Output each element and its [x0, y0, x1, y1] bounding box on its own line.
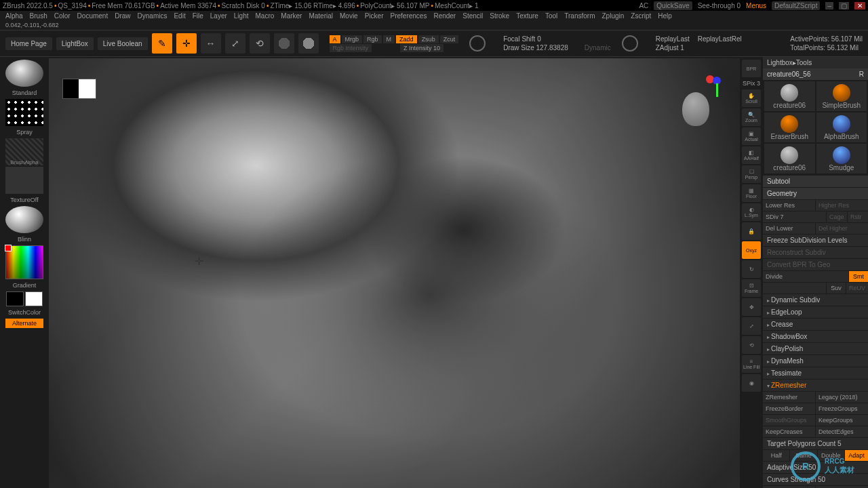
- subtool-cell[interactable]: EraserBrush: [764, 113, 815, 142]
- history-icon[interactable]: ↻: [742, 260, 761, 278]
- close-button[interactable]: ✕: [854, 2, 865, 9]
- del-lower[interactable]: Del Lower: [763, 223, 815, 234]
- convert-bpr[interactable]: Convert BPR To Geo: [763, 259, 868, 270]
- frame-icon[interactable]: ⊡Frame: [742, 279, 761, 297]
- subtool-header[interactable]: Subtool: [763, 176, 868, 187]
- floor-icon[interactable]: ▦Floor: [742, 184, 761, 202]
- imbed-ring-icon[interactable]: [622, 35, 638, 52]
- secondary-color[interactable]: [25, 291, 43, 306]
- material-thumb[interactable]: [5, 206, 43, 233]
- keep-groups[interactable]: KeepGroups: [816, 415, 868, 426]
- draw-size[interactable]: Draw Size 127.83828: [503, 44, 568, 52]
- seethrough-slider[interactable]: See-through 0: [698, 2, 741, 9]
- crease[interactable]: Crease: [763, 319, 868, 330]
- replay-last[interactable]: ReplayLast: [656, 35, 690, 43]
- menu-item[interactable]: Color: [54, 12, 71, 20]
- viewport[interactable]: ✛: [49, 58, 740, 488]
- zremesher-button[interactable]: ZRemesher: [763, 392, 815, 403]
- draw-mode-icon[interactable]: ✛: [176, 33, 197, 54]
- alternate-button[interactable]: Alternate: [5, 319, 43, 328]
- minimize-button[interactable]: –: [825, 2, 833, 9]
- reconstruct-subdiv[interactable]: Reconstruct Subdiv: [763, 247, 868, 258]
- menu-item[interactable]: Edit: [174, 12, 185, 20]
- actual-icon[interactable]: ▣Actual: [742, 127, 761, 145]
- menu-item[interactable]: Layer: [210, 12, 227, 20]
- menu-item[interactable]: File: [193, 12, 203, 20]
- panel-header[interactable]: Lightbox▸Tools: [763, 57, 868, 68]
- menu-item[interactable]: Zplugin: [602, 12, 625, 20]
- menu-item[interactable]: Texture: [516, 12, 538, 20]
- subtool-cell[interactable]: creature06: [764, 144, 815, 174]
- color-picker[interactable]: [5, 245, 43, 279]
- lower-res[interactable]: Lower Res: [763, 200, 815, 211]
- r-button[interactable]: R: [859, 70, 864, 78]
- maximize-button[interactable]: ▢: [839, 2, 849, 9]
- gizmo-icon[interactable]: [274, 33, 294, 54]
- menu-item[interactable]: Movie: [340, 12, 358, 20]
- freeze-border[interactable]: FreezeBorder: [763, 403, 815, 414]
- same-btn[interactable]: Same: [790, 450, 816, 461]
- default-zscript[interactable]: DefaultZScript: [772, 1, 820, 10]
- gradient-label[interactable]: Gradient: [13, 281, 37, 290]
- main-color[interactable]: [6, 291, 24, 306]
- a-mode[interactable]: A: [330, 35, 340, 43]
- menu-item[interactable]: Marker: [281, 12, 302, 20]
- rotate-mode-icon[interactable]: ⟲: [250, 33, 270, 54]
- zremesher-header[interactable]: ZRemesher: [763, 380, 868, 391]
- menu-item[interactable]: Dynamics: [138, 12, 167, 20]
- half-btn[interactable]: Half: [763, 450, 789, 461]
- menu-item[interactable]: Preferences: [390, 12, 427, 20]
- linefill-icon[interactable]: ≡Line Fill: [742, 355, 761, 373]
- alpha-thumb[interactable]: BrushAlpha: [5, 138, 43, 165]
- suv[interactable]: Suv: [827, 283, 846, 293]
- lock-icon[interactable]: 🔒: [742, 222, 761, 240]
- subtool-cell[interactable]: SimpleBrush: [816, 81, 867, 111]
- smooth-groups[interactable]: SmoothGroups: [763, 415, 815, 426]
- shadowbox[interactable]: ShadowBox: [763, 331, 868, 342]
- double-btn[interactable]: Double: [818, 450, 844, 461]
- target-polygons[interactable]: Target Polygons Count 5: [763, 438, 868, 449]
- focal-ring-icon[interactable]: [469, 35, 486, 52]
- adapt-btn[interactable]: Adapt: [845, 450, 868, 461]
- keep-creases[interactable]: KeepCreases: [763, 426, 815, 437]
- subtool-cell[interactable]: Smudge: [816, 144, 867, 174]
- edgeloop[interactable]: EdgeLoop: [763, 306, 868, 318]
- geometry-header[interactable]: Geometry: [763, 188, 868, 199]
- quicksave-button[interactable]: QuickSave: [654, 1, 692, 10]
- scale-icon[interactable]: ⤢: [742, 317, 761, 335]
- menu-item[interactable]: Stroke: [490, 12, 509, 20]
- menu-item[interactable]: Alpha: [5, 12, 23, 20]
- sdiv-slider[interactable]: SDiv 7: [763, 211, 826, 222]
- xyz-button[interactable]: Oxyz: [742, 241, 761, 259]
- menu-item[interactable]: Draw: [115, 12, 130, 20]
- rotate-icon[interactable]: ⟲: [742, 336, 761, 354]
- sculptris-icon[interactable]: [298, 33, 319, 54]
- cage[interactable]: Cage: [827, 211, 847, 222]
- replay-last-rel[interactable]: ReplayLastRel: [698, 35, 742, 43]
- zadjust[interactable]: ZAdjust 1: [656, 44, 684, 52]
- home-page-button[interactable]: Home Page: [5, 37, 52, 50]
- menu-item[interactable]: Zscript: [631, 12, 651, 20]
- zsub-mode[interactable]: Zsub: [418, 35, 439, 43]
- menu-item[interactable]: Transform: [564, 12, 595, 20]
- reuv[interactable]: ReUV: [846, 283, 868, 293]
- subtool-cell[interactable]: AlphaBrush: [816, 113, 867, 142]
- tool-name[interactable]: creature06_56: [767, 70, 811, 78]
- persp-icon[interactable]: ☐Persp: [742, 165, 761, 183]
- rstr[interactable]: Rstr: [848, 211, 868, 222]
- switchcolor-button[interactable]: SwitchColor: [8, 308, 41, 317]
- smt-toggle[interactable]: Smt: [849, 271, 868, 282]
- texture-thumb[interactable]: [5, 167, 43, 194]
- spix-value[interactable]: SPix 3: [743, 79, 760, 88]
- detect-edges[interactable]: DetectEdges: [816, 426, 868, 437]
- aahalf-icon[interactable]: ◧AAHalf: [742, 146, 761, 164]
- freeze-subdiv[interactable]: Freeze SubDivision Levels: [763, 235, 868, 246]
- lightbox-button[interactable]: LightBox: [56, 37, 94, 50]
- menu-item[interactable]: Picker: [365, 12, 384, 20]
- stroke-thumb[interactable]: [5, 99, 43, 126]
- edit-mode-icon[interactable]: ✎: [152, 33, 172, 54]
- menu-item[interactable]: Tool: [545, 12, 557, 20]
- extra-icon[interactable]: ◉: [742, 374, 761, 392]
- subtool-cell[interactable]: creature06: [764, 81, 815, 111]
- higher-res[interactable]: Higher Res: [816, 200, 868, 211]
